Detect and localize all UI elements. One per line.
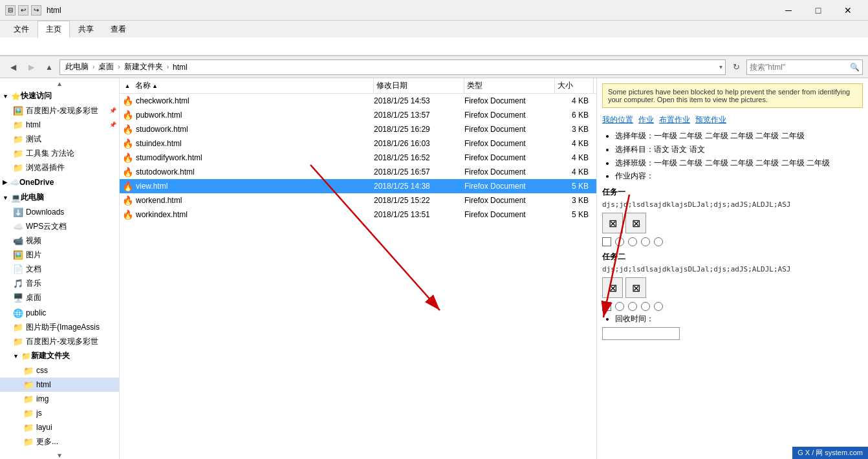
nav-link-assign[interactable]: 布置作业	[659, 114, 690, 125]
file-date: 2018/1/25 14:53	[374, 96, 464, 105]
folder-icon: 📁	[23, 380, 34, 390]
sidebar-item-plugins[interactable]: 📁 浏览器插件	[0, 160, 119, 175]
sidebar-item-js[interactable]: 📁 js	[0, 406, 119, 420]
folder-icon: 🖼️	[13, 106, 23, 116]
path-segment-desktop[interactable]: 桌面	[96, 60, 116, 74]
path-dropdown-arrow[interactable]: ▾	[719, 63, 722, 70]
file-row[interactable]: 🔥 checkwork.html 2018/1/25 14:53 Firefox…	[120, 94, 596, 108]
up-button[interactable]: ▲	[41, 59, 57, 75]
radio-8[interactable]	[654, 302, 663, 311]
file-row[interactable]: 🔥 stuindex.html 2018/1/26 16:03 Firefox …	[120, 136, 596, 151]
sidebar-item-img[interactable]: 📁 img	[0, 392, 119, 406]
path-segment-html[interactable]: html	[170, 61, 190, 73]
sidebar-item-desktop[interactable]: 🖥️ 桌面	[0, 290, 119, 304]
scroll-down-arrow[interactable]: ▼	[0, 450, 119, 459]
quick-access-header[interactable]: ▼ ⭐ 快速访问	[0, 89, 119, 103]
minimize-button[interactable]: ─	[774, 0, 803, 21]
radio-1[interactable]	[615, 237, 624, 246]
close-button[interactable]: ✕	[833, 0, 863, 21]
col-header-name[interactable]: 名称 ▲	[133, 78, 374, 93]
checkbox-1[interactable]	[602, 237, 611, 246]
path-segment-folder[interactable]: 新建文件夹	[122, 60, 166, 74]
radio-6[interactable]	[628, 302, 637, 311]
sidebar-item-tools[interactable]: 📁 工具集 方法论	[0, 146, 119, 160]
search-box[interactable]: 🔍	[746, 59, 863, 75]
task1-code: djs;jd;lsdlsajdklajsDLJal;djs;adJS;ALDJL…	[602, 200, 863, 209]
onedrive-section: ▶ ☁️ OneDrive	[0, 176, 119, 189]
back-button[interactable]: ◀	[5, 59, 21, 75]
sidebar-item-wps[interactable]: ☁️ WPS云文档	[0, 219, 119, 233]
col-header-date[interactable]: 修改日期	[374, 78, 464, 93]
newfolder-header[interactable]: ▼ 📁 新建文件夹	[0, 348, 119, 363]
address-path[interactable]: 此电脑 › 桌面 › 新建文件夹 › html ▾	[60, 59, 726, 75]
maximize-button[interactable]: □	[803, 0, 833, 21]
nav-link-preview[interactable]: 预览作业	[695, 114, 726, 125]
sidebar-item-videos[interactable]: 📹 视频	[0, 233, 119, 248]
file-row[interactable]: 🔥 view.html 2018/1/25 14:38 Firefox Docu…	[120, 179, 596, 193]
file-row[interactable]: 🔥 studowork.html 2018/1/25 16:29 Firefox…	[120, 122, 596, 136]
file-row[interactable]: 🔥 pubwork.html 2018/1/25 13:57 Firefox D…	[120, 108, 596, 122]
sidebar-item-music[interactable]: 🎵 音乐	[0, 276, 119, 290]
nav-link-homework[interactable]: 作业	[638, 114, 654, 125]
file-icon: 🔥	[122, 153, 133, 163]
sidebar-item-css[interactable]: 📁 css	[0, 363, 119, 378]
blocked-notice: Some pictures have been blocked to help …	[602, 83, 863, 108]
system-icon[interactable]: ⊟	[5, 5, 16, 16]
path-segment-pc[interactable]: 此电脑	[63, 60, 91, 74]
recycle-input-box[interactable]	[602, 327, 680, 340]
sidebar-item-test[interactable]: 📁 测试	[0, 132, 119, 146]
file-row[interactable]: 🔥 workindex.html 2018/1/25 13:51 Firefox…	[120, 208, 596, 222]
file-size: 4 KB	[555, 167, 594, 176]
radio-5[interactable]	[615, 302, 624, 311]
sidebar-item-downloads[interactable]: ⬇️ Downloads	[0, 205, 119, 219]
tab-view[interactable]: 查看	[102, 21, 135, 37]
col-header-type[interactable]: 类型	[464, 78, 555, 93]
sidebar-item-baidu-pics[interactable]: 🖼️ 百度图片-发现多彩世 📌	[0, 103, 119, 118]
sidebar-item-pictures[interactable]: 🖼️ 图片	[0, 248, 119, 262]
tab-home[interactable]: 主页	[38, 21, 70, 38]
videos-icon: 📹	[13, 236, 23, 246]
radio-2[interactable]	[628, 237, 637, 246]
sidebar-item-html-active[interactable]: 📁 html	[0, 378, 119, 392]
sidebar-item-layui[interactable]: 📁 layui	[0, 420, 119, 434]
window-title: html	[47, 6, 774, 15]
file-row[interactable]: 🔥 workend.html 2018/1/25 15:22 Firefox D…	[120, 193, 596, 208]
sidebar-item-more[interactable]: 📁 更多...	[0, 434, 119, 449]
folder-icon: 📁	[13, 149, 23, 158]
preview-nav: 我的位置 作业 布置作业 预览作业	[602, 114, 863, 125]
radio-3[interactable]	[641, 237, 650, 246]
file-icon: 🔥	[122, 124, 133, 134]
quick-access-icon[interactable]: ↩	[18, 5, 28, 16]
sidebar-item-public[interactable]: 🌐 public	[0, 306, 119, 320]
radio-7[interactable]	[641, 302, 650, 311]
search-input[interactable]	[750, 63, 850, 72]
file-row[interactable]: 🔥 stumodifywork.html 2018/1/25 16:52 Fir…	[120, 151, 596, 165]
image-blocked-3: ⊠	[602, 277, 623, 298]
file-icon: 🔥	[122, 96, 133, 106]
col-header-size[interactable]: 大小	[555, 78, 594, 93]
forward-icon2[interactable]: ↪	[31, 5, 41, 16]
scroll-up-arrow[interactable]: ▲	[0, 78, 119, 89]
watermark-logo: G X / 网 system.com	[792, 447, 868, 459]
file-name: workindex.html	[136, 210, 374, 219]
file-date: 2018/1/25 13:57	[374, 111, 464, 120]
title-bar-icons: ⊟ ↩ ↪	[5, 5, 41, 16]
onedrive-header[interactable]: ▶ ☁️ OneDrive	[0, 176, 119, 189]
quick-access-star: ⭐	[11, 92, 21, 101]
tab-share[interactable]: 共享	[70, 21, 102, 37]
sidebar-item-html-quick[interactable]: 📁 html 📌	[0, 118, 119, 132]
sidebar-item-baidupics[interactable]: 📁 百度图片-发现多彩世	[0, 334, 119, 348]
tab-file[interactable]: 文件	[5, 21, 38, 37]
refresh-button[interactable]: ↻	[728, 59, 744, 75]
checkbox-2[interactable]	[602, 302, 611, 311]
sidebar-item-documents[interactable]: 📄 文档	[0, 262, 119, 276]
radio-4[interactable]	[654, 237, 663, 246]
sidebar-item-imageassist[interactable]: 📁 图片助手(ImageAssis	[0, 320, 119, 334]
file-date: 2018/1/25 13:51	[374, 210, 464, 219]
file-name: view.html	[136, 182, 374, 191]
file-icon: 🔥	[122, 110, 133, 120]
forward-button[interactable]: ▶	[23, 59, 39, 75]
file-row[interactable]: 🔥 stutodowork.html 2018/1/25 16:57 Firef…	[120, 165, 596, 179]
thispc-header[interactable]: ▼ 💻 此电脑	[0, 190, 119, 205]
nav-link-location[interactable]: 我的位置	[602, 114, 633, 125]
